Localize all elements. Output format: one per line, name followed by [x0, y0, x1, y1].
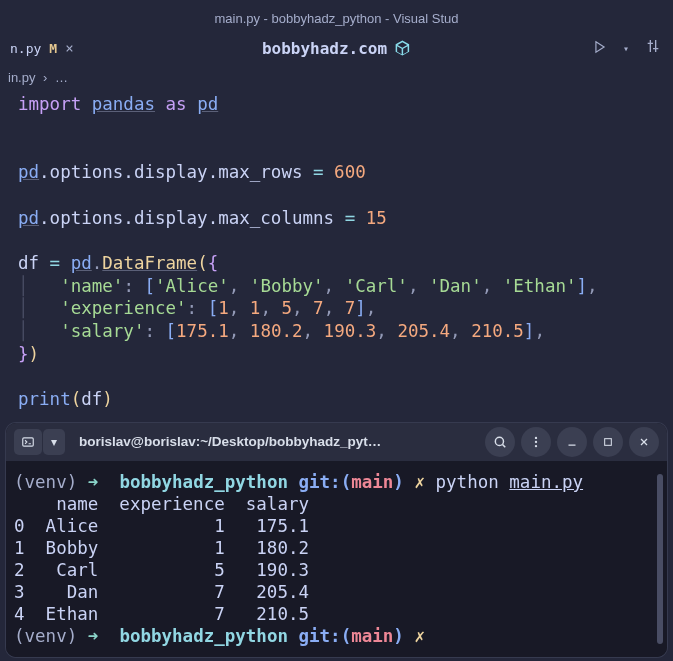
s3: 205.4 [397, 321, 450, 341]
v-bobby: 'Bobby' [250, 276, 324, 296]
opts-rows: .options.display.max_rows [39, 162, 313, 182]
maximize-button[interactable] [593, 427, 623, 457]
ref-pd-2: pd [18, 208, 39, 228]
svg-point-6 [535, 445, 537, 447]
prompt-arrow-2: ➜ [88, 626, 109, 646]
colon-2: : [187, 298, 208, 318]
scrollbar-thumb[interactable] [657, 474, 663, 644]
paren-close: ) [29, 344, 40, 364]
compare-icon[interactable] [645, 38, 661, 58]
cmd-python: python [436, 472, 510, 492]
venv-label: (venv) [14, 472, 77, 492]
s4: 210.5 [471, 321, 524, 341]
num-15: 15 [355, 208, 387, 228]
run-icon[interactable] [593, 39, 607, 58]
git-branch-2: main [351, 626, 393, 646]
colon: : [123, 276, 144, 296]
dirty-icon-2: ✗ [414, 626, 425, 646]
svg-rect-1 [23, 438, 34, 446]
s2: 190.3 [324, 321, 377, 341]
key-name: 'name' [60, 276, 123, 296]
e3: 7 [313, 298, 324, 318]
brace-open: { [208, 253, 219, 273]
paren-open: ( [197, 253, 208, 273]
dirty-icon: ✗ [414, 472, 425, 492]
v-dan: 'Dan' [429, 276, 482, 296]
svg-point-5 [535, 441, 537, 443]
ref-pd: pd [18, 162, 39, 182]
svg-rect-8 [605, 439, 612, 446]
terminal-dropdown-button[interactable]: ▾ [43, 429, 65, 455]
chevron-down-icon[interactable]: ▾ [623, 43, 629, 54]
class-dataframe: DataFrame [102, 253, 197, 273]
ref-pd-3: pd [71, 253, 92, 273]
chevron-right-icon: › [43, 70, 47, 85]
s1: 180.2 [250, 321, 303, 341]
colon-3: : [144, 321, 165, 341]
git-close-2: ) [393, 626, 404, 646]
breadcrumb-file: in.py [8, 70, 35, 85]
v-ethan: 'Ethan' [503, 276, 577, 296]
s0: 175.1 [176, 321, 229, 341]
terminal-output[interactable]: (venv) ➜ bobbyhadz_python git:(main) ✗ p… [6, 461, 667, 657]
terminal-controls [485, 427, 659, 457]
tab-modified-indicator: M [49, 41, 57, 56]
e4: 7 [345, 298, 356, 318]
site-title: bobbyhadz.com [262, 39, 387, 58]
opts-cols: .options.display.max_columns [39, 208, 345, 228]
search-button[interactable] [485, 427, 515, 457]
git-prefix-2: git:( [299, 626, 352, 646]
alias-pd: pd [197, 94, 218, 114]
op-eq-2: = [345, 208, 356, 228]
out-header: name experience salary [14, 494, 309, 514]
out-row-3: 3 Dan 7 205.4 [14, 582, 309, 602]
v-alice: 'Alice' [155, 276, 229, 296]
terminal-tab-group: ▾ [14, 429, 65, 455]
center-title: bobbyhadz.com [262, 39, 411, 58]
breadcrumb-more: … [55, 70, 68, 85]
brace-close: } [18, 344, 29, 364]
venv-label-2: (venv) [14, 626, 77, 646]
tab-close-icon[interactable]: × [65, 40, 73, 56]
close-button[interactable] [629, 427, 659, 457]
func-print: print [18, 389, 71, 409]
tab-main-py[interactable]: n.py M × [0, 30, 84, 66]
module-pandas: pandas [92, 94, 155, 114]
svg-line-3 [503, 444, 506, 447]
out-row-1: 1 Bobby 1 180.2 [14, 538, 309, 558]
prompt-arrow: ➜ [88, 472, 109, 492]
key-exp: 'experience' [60, 298, 186, 318]
cmd-file: main.py [509, 472, 583, 492]
terminal-titlebar: ▾ borislav@borislav:~/Desktop/bobbyhadz_… [6, 423, 667, 461]
out-row-0: 0 Alice 1 175.1 [14, 516, 309, 536]
svg-marker-0 [596, 41, 604, 52]
editor-actions: ▾ [593, 38, 661, 58]
window-title: main.py - bobbyhadz_python - Visual Stud [0, 0, 673, 30]
out-row-2: 2 Carl 5 190.3 [14, 560, 309, 580]
breadcrumb[interactable]: in.py › … [0, 66, 673, 89]
git-branch: main [351, 472, 393, 492]
cwd-2: bobbyhadz_python [119, 626, 288, 646]
op-eq: = [313, 162, 324, 182]
key-sal: 'salary' [60, 321, 144, 341]
git-close: ) [393, 472, 404, 492]
terminal-path: borislav@borislav:~/Desktop/bobbyhadz_py… [73, 434, 477, 449]
arg-df: df [81, 389, 102, 409]
tab-bar: n.py M × bobbyhadz.com ▾ [0, 30, 673, 66]
editor-content[interactable]: import pandas as pd pd.options.display.m… [0, 89, 673, 419]
kw-as: as [166, 94, 187, 114]
terminal-tab-button[interactable] [14, 429, 42, 455]
svg-point-4 [535, 437, 537, 439]
op-assign: = [50, 253, 71, 273]
git-prefix: git:( [299, 472, 352, 492]
e1: 1 [250, 298, 261, 318]
minimize-button[interactable] [557, 427, 587, 457]
cwd: bobbyhadz_python [119, 472, 288, 492]
svg-point-2 [495, 437, 503, 445]
num-600: 600 [324, 162, 366, 182]
tab-label: n.py [10, 41, 41, 56]
terminal-window: ▾ borislav@borislav:~/Desktop/bobbyhadz_… [6, 423, 667, 657]
v-carl: 'Carl' [345, 276, 408, 296]
menu-button[interactable] [521, 427, 551, 457]
cube-icon [393, 39, 411, 57]
